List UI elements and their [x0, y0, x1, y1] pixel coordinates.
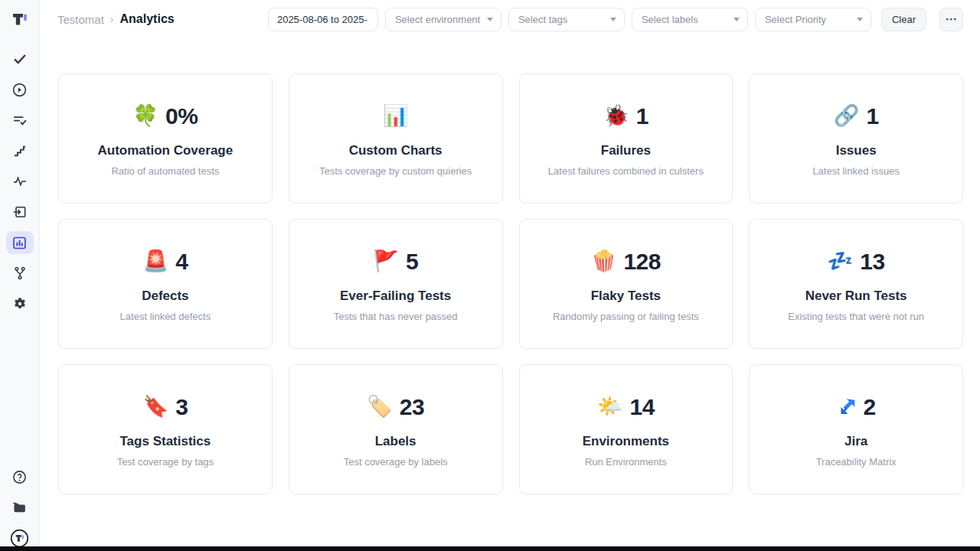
sidebar-item-settings[interactable]	[6, 292, 34, 315]
card-title: Custom Charts	[349, 143, 443, 158]
card-value: 23	[400, 394, 424, 420]
sidebar-item-help[interactable]	[6, 465, 34, 488]
list-check-icon	[11, 112, 28, 129]
analytics-card[interactable]: 🐞 1 Failures Latest failures combined in…	[519, 73, 733, 204]
card-title: Labels	[375, 434, 416, 449]
analytics-card[interactable]: 💤 13 Never Run Tests Existing tests that…	[749, 219, 963, 349]
account-avatar-icon	[10, 529, 29, 548]
sidebar-item-branches[interactable]	[6, 262, 34, 285]
cards-grid: 🍀 0% Automation Coverage Ratio of automa…	[40, 38, 980, 513]
sidebar-nav	[6, 38, 34, 315]
card-subtitle: Test coverage by labels	[344, 456, 448, 468]
card-title: Defects	[142, 289, 188, 304]
card-stat: 🔗 1	[834, 101, 879, 132]
sidebar-item-runs[interactable]	[6, 78, 34, 101]
analytics-card[interactable]: 🏷️ 23 Labels Test coverage by labels	[289, 364, 503, 494]
chevron-down-icon	[857, 18, 863, 21]
card-subtitle: Latest linked issues	[812, 165, 899, 177]
sidebar-item-import[interactable]	[6, 201, 34, 223]
card-title: Environments	[583, 434, 669, 449]
card-emoji-icon: 🍿	[591, 251, 617, 272]
play-circle-icon	[11, 82, 28, 98]
analytics-card[interactable]: 2 Jira Traceability Matrix	[749, 364, 963, 494]
card-stat: 📊	[383, 101, 409, 132]
card-value: 14	[630, 394, 655, 420]
analytics-card[interactable]: 🍀 0% Automation Coverage Ratio of automa…	[58, 73, 273, 204]
card-stat: 🔖 3	[142, 392, 188, 422]
card-subtitle: Tests that has never passed	[334, 311, 458, 322]
labels-select[interactable]: Select labels	[632, 8, 748, 31]
analytics-card[interactable]: 🍿 128 Flaky Tests Randomly passing or fa…	[519, 219, 733, 349]
sidebar-item-tests[interactable]	[6, 47, 34, 70]
analytics-card[interactable]: 🔗 1 Issues Latest linked issues	[749, 73, 963, 204]
card-stat: 🍀 0%	[132, 101, 198, 132]
topbar: Testomat › Analytics 2025-08-06 to 2025-…	[40, 0, 980, 38]
card-subtitle: Latest failures combined in culsters	[548, 165, 704, 177]
main-area: Testomat › Analytics 2025-08-06 to 2025-…	[40, 0, 980, 551]
card-stat: 🚨 4	[142, 246, 188, 277]
analytics-bar-chart-icon	[11, 235, 28, 251]
analytics-card[interactable]: 📊 Custom Charts Tests coverage by custom…	[289, 73, 503, 204]
card-title: Failures	[601, 143, 651, 158]
card-stat: 🐞 1	[603, 101, 648, 132]
card-title: Ever-Failing Tests	[340, 289, 451, 304]
labels-select-label: Select labels	[642, 14, 698, 25]
import-run-icon	[12, 204, 28, 220]
card-title: Flaky Tests	[591, 289, 661, 304]
card-stat: 🌤️ 14	[597, 392, 655, 422]
card-stat: 🍿 128	[591, 246, 661, 277]
chevron-down-icon	[733, 18, 740, 21]
card-title: Issues	[836, 143, 877, 158]
card-subtitle: Test coverage by tags	[117, 456, 214, 468]
card-title: Jira	[844, 434, 867, 449]
content: 🍀 0% Automation Coverage Ratio of automa…	[40, 38, 980, 551]
card-stat: 🏷️ 23	[367, 392, 424, 422]
card-value: 1	[636, 103, 648, 129]
card-subtitle: Traceability Matrix	[816, 456, 897, 468]
card-stat: 💤 13	[828, 246, 885, 277]
priority-select-label: Select Priority	[765, 14, 826, 25]
card-emoji-icon: 🐞	[603, 106, 629, 126]
card-emoji-icon: 📊	[383, 106, 409, 126]
card-emoji-icon: 🌤️	[597, 396, 623, 417]
card-subtitle: Ratio of automated tests	[111, 165, 219, 177]
projects-folder-icon	[11, 500, 28, 516]
analytics-card[interactable]: 🌤️ 14 Environments Run Environments	[519, 364, 733, 494]
card-stat: 2	[837, 392, 876, 422]
card-emoji-icon: 💤	[828, 251, 854, 272]
more-options-button[interactable]: ⋯	[939, 8, 963, 31]
help-circle-icon	[11, 469, 28, 485]
card-value: 1	[866, 103, 878, 129]
environment-select[interactable]: Select environment	[385, 8, 501, 31]
card-value: 4	[175, 249, 188, 275]
card-emoji-icon: 🔗	[834, 106, 860, 126]
card-subtitle: Latest linked defects	[120, 311, 211, 322]
date-range-input[interactable]: 2025-08-06 to 2025-	[268, 8, 378, 31]
breadcrumb-project[interactable]: Testomat	[57, 13, 104, 26]
clear-button[interactable]: Clear	[881, 8, 926, 31]
screen-edge-bar	[0, 546, 980, 551]
card-stat: 🚩 5	[373, 246, 418, 277]
analytics-card[interactable]: 🚩 5 Ever-Failing Tests Tests that has ne…	[289, 219, 503, 349]
environment-select-label: Select environment	[395, 14, 480, 25]
card-emoji-icon: 🍀	[132, 106, 158, 126]
card-emoji-icon: 🚨	[142, 251, 168, 272]
sidebar-item-pulse[interactable]	[6, 170, 34, 193]
priority-select[interactable]: Select Priority	[755, 8, 871, 31]
filters-bar: 2025-08-06 to 2025- Select environment S…	[268, 8, 963, 31]
sidebar-item-steps[interactable]	[6, 139, 34, 162]
card-value: 3	[175, 394, 188, 420]
card-value: 0%	[165, 103, 198, 129]
tags-select[interactable]: Select tags	[508, 8, 625, 31]
analytics-card[interactable]: 🚨 4 Defects Latest linked defects	[58, 219, 273, 349]
card-value: 128	[623, 249, 661, 275]
analytics-card[interactable]: 🔖 3 Tags Statistics Test coverage by tag…	[58, 364, 273, 494]
sidebar-item-analytics[interactable]	[6, 231, 34, 254]
sidebar-item-projects[interactable]	[6, 496, 34, 519]
sidebar-bottom	[6, 465, 34, 551]
settings-gear-icon	[12, 296, 28, 311]
testomat-logo[interactable]	[0, 0, 39, 38]
card-title: Automation Coverage	[98, 143, 234, 158]
sidebar-item-results[interactable]	[6, 109, 34, 132]
check-icon	[11, 51, 28, 67]
